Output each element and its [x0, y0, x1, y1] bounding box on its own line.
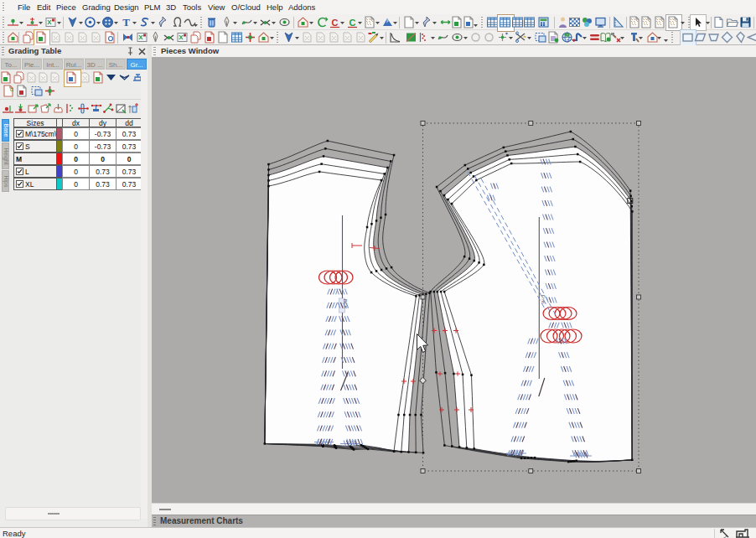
svg-text:C: C [350, 18, 356, 28]
svg-text:α: α [10, 86, 13, 92]
svg-text:C: C [332, 18, 339, 28]
svg-text:Frnt: Frnt [541, 295, 546, 303]
svg-text:T: T [122, 16, 130, 28]
svg-text:1.0: 1.0 [722, 535, 731, 538]
